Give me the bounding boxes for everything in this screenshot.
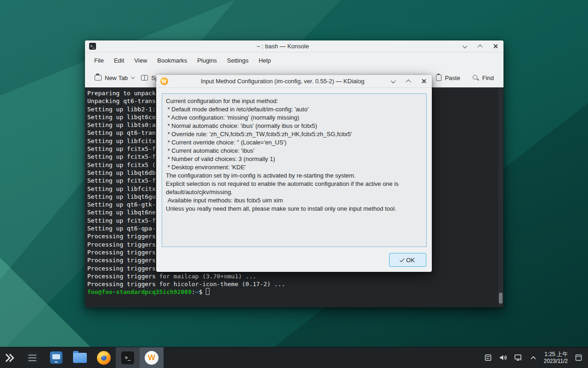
volume-tray-button[interactable] [499, 354, 507, 362]
new-tab-button[interactable]: New Tab [91, 71, 137, 85]
dialog-message-line: * Number of valid choices: 3 (normally 1… [166, 155, 423, 163]
system-settings-icon [50, 351, 62, 364]
volume-icon [499, 354, 507, 362]
paste-button[interactable]: Paste [432, 71, 464, 85]
system-tray: 1:25 上午 2023/11/2 [484, 347, 588, 368]
dialog-message-line: Current configuration for the input meth… [166, 97, 423, 105]
desktop: ~ : bash — Konsole File Edit View Bookma… [0, 0, 588, 368]
app-launcher-icon [5, 353, 16, 363]
check-icon [400, 257, 404, 262]
display-icon [514, 354, 523, 362]
chevron-down-icon [390, 78, 396, 83]
new-tab-icon [95, 75, 102, 80]
paste-icon [436, 75, 441, 81]
tray-expander-button[interactable] [530, 355, 537, 361]
minimize-button[interactable] [390, 78, 397, 85]
konsole-app-icon [89, 43, 96, 50]
dialog-message-line: Unless you really need them all, please … [166, 205, 423, 213]
settings-sliders-task[interactable] [20, 347, 44, 368]
terminal-prompt-line: foo@foo-standardpcq35ich92009:~$ [87, 288, 497, 296]
maximize-button[interactable] [476, 43, 484, 50]
terminal-scrollbar-thumb[interactable] [499, 293, 503, 304]
konsole-task[interactable] [116, 347, 140, 368]
dialog-message-line: * Active configuration: 'missing' (norma… [166, 114, 423, 122]
show-desktop-button[interactable] [575, 354, 582, 362]
dialog-message-line: Available input methods: ibus fcitx5 uim… [166, 196, 423, 205]
notifications-tray-button[interactable] [484, 354, 492, 362]
menu-bookmarks[interactable]: Bookmarks [152, 55, 192, 66]
kdialog-window: Input Method Configuration (im-config, v… [156, 75, 432, 272]
close-button[interactable] [492, 43, 499, 50]
im-config-task-icon [145, 351, 158, 365]
kdialog-window-title: Input Method Configuration (im-config, v… [175, 78, 390, 85]
chevron-up-icon [477, 44, 482, 49]
terminal-cursor [206, 288, 209, 295]
prompt-path: ~ [195, 288, 199, 295]
notifications-icon [484, 354, 492, 362]
ok-button[interactable]: OK [389, 253, 426, 267]
split-view-icon [141, 75, 148, 80]
dialog-message-line: * Default mode defined in /etc/default/i… [166, 105, 423, 114]
menu-help[interactable]: Help [254, 55, 276, 66]
dialog-message-line: The configuration set by im-config is ac… [166, 172, 423, 180]
dialog-message-line: * Current automatic choice: 'ibus' [166, 147, 423, 155]
prompt-separator: : [192, 288, 195, 295]
minimize-button[interactable] [461, 43, 469, 50]
prompt-symbol: $ [199, 288, 203, 295]
menu-view[interactable]: View [129, 55, 152, 66]
chevron-down-icon [462, 43, 467, 48]
konsole-menubar: File Edit View Bookmarks Plugins Setting… [85, 52, 503, 68]
settings-sliders-icon [26, 351, 39, 364]
im-config-task[interactable] [140, 347, 164, 368]
search-icon [472, 75, 479, 81]
konsole-titlebar[interactable]: ~ : bash — Konsole [85, 40, 503, 52]
clock[interactable]: 1:25 上午 2023/11/2 [544, 351, 568, 365]
menu-file[interactable]: File [89, 55, 109, 66]
dialog-message-area: Current configuration for the input meth… [162, 93, 427, 247]
im-config-app-icon [160, 77, 168, 85]
clock-date: 2023/11/2 [544, 358, 568, 365]
konsole-window-title: ~ : bash — Konsole [103, 43, 462, 50]
chevron-down-icon [131, 75, 135, 79]
close-icon [421, 79, 426, 84]
terminal-scrollbar[interactable] [498, 88, 503, 306]
file-manager-icon [73, 353, 87, 363]
clock-time: 1:25 上午 [544, 351, 568, 358]
system-settings-task[interactable] [44, 347, 68, 368]
firefox-task[interactable] [92, 347, 116, 368]
kdialog-titlebar[interactable]: Input Method Configuration (im-config, v… [156, 75, 432, 88]
taskbar: 1:25 上午 2023/11/2 [0, 347, 588, 368]
find-button[interactable]: Find [469, 71, 498, 85]
dialog-message-line: * Normal automatic choice: 'ibus' (norma… [166, 122, 423, 130]
chevron-up-icon [406, 79, 411, 84]
dialog-message-line: * Current override choice: '' (Locale='e… [166, 138, 423, 147]
prompt-user-host: foo@foo-standardpcq35ich92009 [87, 288, 192, 295]
close-button[interactable] [420, 78, 427, 85]
chevron-up-icon [530, 355, 537, 361]
dialog-message-line: * Desktop environment: 'KDE' [166, 163, 423, 172]
file-manager-task[interactable] [68, 347, 92, 368]
konsole-task-icon [121, 351, 134, 364]
menu-settings[interactable]: Settings [222, 55, 254, 66]
dialog-message-line: * Override rule: 'zh_CN,fcitx5:zh_TW,fci… [166, 130, 423, 138]
show-desktop-icon [575, 354, 582, 362]
close-icon [493, 44, 498, 49]
app-launcher-button[interactable] [0, 347, 20, 368]
maximize-button[interactable] [405, 78, 412, 85]
menu-edit[interactable]: Edit [109, 55, 129, 66]
dialog-message-line: Explicit selection is not required to en… [166, 180, 423, 196]
display-tray-button[interactable] [514, 354, 523, 362]
firefox-icon [97, 351, 111, 365]
terminal-line: Processing triggers for hicolor-icon-the… [87, 280, 497, 288]
menu-plugins[interactable]: Plugins [192, 55, 222, 66]
terminal-line: Processing triggers for mailcap (3.70+nm… [87, 272, 497, 280]
